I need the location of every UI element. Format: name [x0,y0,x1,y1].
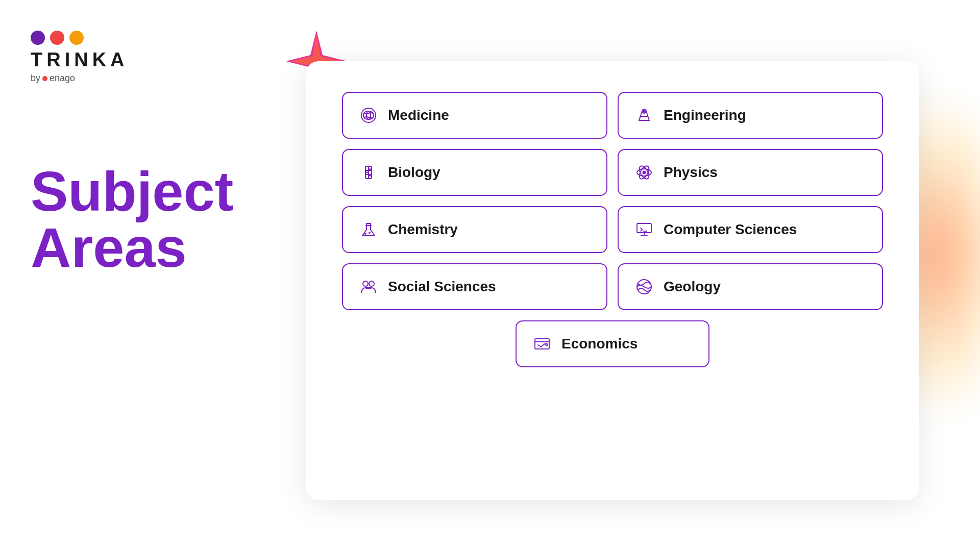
dot-purple [31,31,45,45]
logo-dots [31,31,129,45]
medicine-icon [359,106,378,124]
subject-areas-heading: Subject Areas [31,163,233,276]
engineering-icon [635,106,653,124]
social-icon [359,278,378,296]
economics-icon [533,335,551,353]
heading-line2: Areas [31,219,233,276]
subject-item-economics[interactable]: Economics [516,320,709,367]
by-label: by [31,73,40,84]
subject-grid: Medicine Engineering [342,92,883,310]
chemistry-icon [359,220,378,239]
social-sciences-label: Social Sciences [388,279,496,295]
dot-red [50,31,64,45]
biology-label: Biology [388,164,440,181]
bottom-row: Economics [342,320,883,367]
enago-label: enago [50,73,75,84]
svg-point-11 [369,168,371,170]
geology-label: Geology [664,279,721,295]
svg-point-25 [363,281,368,286]
subject-item-physics[interactable]: Physics [618,149,883,196]
medicine-label: Medicine [388,107,449,123]
svg-point-26 [369,281,374,286]
chemistry-label: Chemistry [388,221,458,238]
computer-sciences-label: Computer Sciences [664,221,797,238]
subject-item-computer-sciences[interactable]: Computer Sciences [618,206,883,253]
biology-icon [359,163,378,182]
economics-label: Economics [561,336,638,352]
physics-icon [635,163,653,182]
subject-item-geology[interactable]: Geology [618,263,883,310]
physics-label: Physics [664,164,718,181]
subject-item-engineering[interactable]: Engineering [618,92,883,139]
engineering-label: Engineering [664,107,746,123]
svg-point-12 [369,174,371,177]
computer-icon [635,220,653,239]
logo-text: TRINKA [31,49,129,71]
enago-dot-icon [42,76,47,81]
subject-item-social-sciences[interactable]: Social Sciences [342,263,607,310]
subject-item-medicine[interactable]: Medicine [342,92,607,139]
svg-point-3 [366,111,371,119]
logo-area: TRINKA by enago [31,31,129,84]
logo-byline: by enago [31,73,129,84]
svg-point-16 [643,171,646,174]
svg-point-5 [643,110,645,112]
svg-point-20 [369,232,371,234]
svg-point-10 [366,171,368,173]
heading-line1: Subject [31,163,233,219]
svg-point-19 [364,233,366,235]
geology-icon [635,278,653,296]
subject-item-biology[interactable]: Biology [342,149,607,196]
card-container: Medicine Engineering [306,61,919,500]
subject-item-chemistry[interactable]: Chemistry [342,206,607,253]
dot-orange [69,31,84,45]
